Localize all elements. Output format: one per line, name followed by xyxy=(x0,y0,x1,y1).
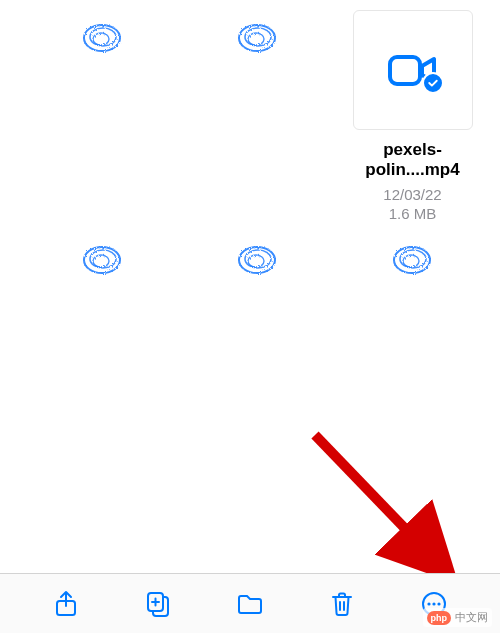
file-date: 12/03/22 xyxy=(340,186,485,203)
file-item[interactable] xyxy=(185,10,330,222)
share-button[interactable] xyxy=(49,587,83,621)
document-thumbnail xyxy=(223,20,293,80)
video-thumbnail xyxy=(353,10,473,130)
svg-line-9 xyxy=(315,435,445,570)
move-button[interactable] xyxy=(233,587,267,621)
file-size: 1.6 MB xyxy=(340,205,485,222)
file-item[interactable] xyxy=(185,232,330,377)
file-name: pexels-polin....mp4 xyxy=(340,140,485,181)
document-thumbnail xyxy=(68,20,138,80)
svg-point-15 xyxy=(437,602,440,605)
duplicate-button[interactable] xyxy=(141,587,175,621)
document-text-preview xyxy=(53,85,153,155)
document-thumbnail xyxy=(223,242,293,302)
watermark-text: 中文网 xyxy=(455,610,488,625)
document-text-preview xyxy=(208,307,308,377)
file-metadata: pexels-polin....mp4 12/03/22 1.6 MB xyxy=(340,140,485,222)
video-camera-icon xyxy=(388,53,438,88)
selected-check-icon xyxy=(422,72,444,94)
document-thumbnail xyxy=(68,242,138,302)
document-thumbnail xyxy=(378,242,448,302)
file-item[interactable] xyxy=(30,10,175,222)
file-grid: pexels-polin....mp4 12/03/22 1.6 MB xyxy=(0,0,500,387)
svg-point-14 xyxy=(432,602,435,605)
share-icon xyxy=(52,590,80,618)
svg-rect-8 xyxy=(390,57,420,84)
document-text-preview xyxy=(363,307,463,377)
duplicate-icon xyxy=(144,590,172,618)
trash-icon xyxy=(328,590,356,618)
delete-button[interactable] xyxy=(325,587,359,621)
folder-icon xyxy=(236,590,264,618)
file-item[interactable] xyxy=(340,232,485,377)
file-item-video[interactable]: pexels-polin....mp4 12/03/22 1.6 MB xyxy=(340,10,485,222)
file-item[interactable] xyxy=(30,232,175,377)
watermark: php 中文网 xyxy=(423,608,493,627)
watermark-badge: php xyxy=(427,611,452,625)
document-text-preview xyxy=(208,85,308,155)
svg-point-13 xyxy=(427,602,430,605)
document-text-preview xyxy=(53,307,153,377)
